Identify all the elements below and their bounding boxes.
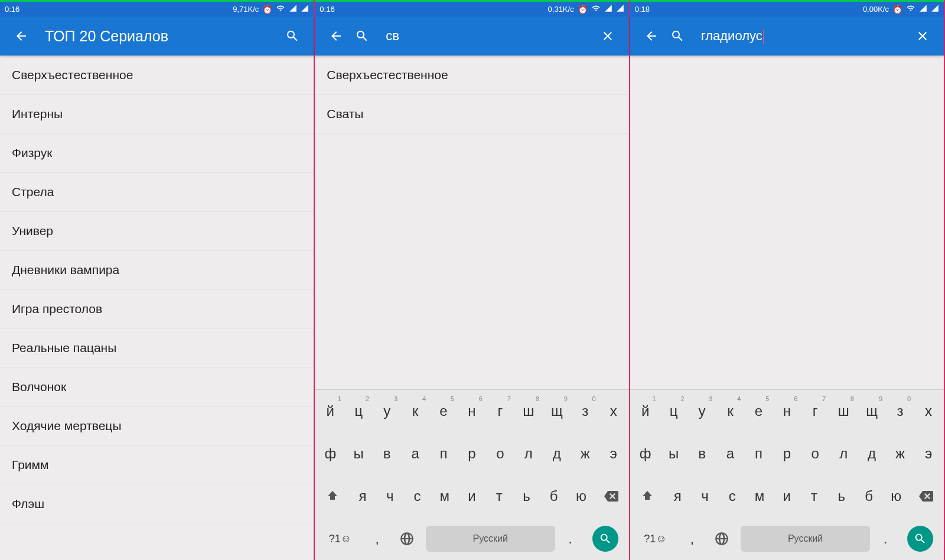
key-к[interactable]: 4к — [401, 394, 429, 428]
key-с[interactable]: с — [403, 479, 431, 513]
key-ы[interactable]: ы — [344, 437, 373, 471]
key-ч[interactable]: ч — [376, 479, 403, 513]
key-й[interactable]: 1й — [631, 394, 660, 428]
key-ш[interactable]: 8ш — [829, 394, 858, 428]
comma-key[interactable]: , — [679, 522, 705, 556]
key-д[interactable]: д — [543, 437, 571, 471]
symbols-key[interactable]: ?1☺ — [316, 522, 364, 556]
search-input[interactable] — [386, 28, 595, 44]
search-button[interactable] — [281, 24, 304, 48]
key-с[interactable]: с — [719, 479, 746, 513]
key-у[interactable]: 3у — [688, 394, 716, 428]
clear-button[interactable] — [596, 24, 620, 48]
key-я[interactable]: я — [349, 479, 376, 513]
key-е[interactable]: 5е — [429, 394, 458, 428]
comma-key[interactable]: , — [364, 522, 390, 556]
key-э[interactable]: э — [914, 437, 943, 471]
enter-key[interactable] — [584, 522, 628, 556]
period-key[interactable]: . — [558, 522, 584, 556]
list-item[interactable]: Реальные пацаны — [0, 328, 314, 367]
list-item[interactable]: Дневники вампира — [0, 250, 314, 289]
key-ш[interactable]: 8ш — [514, 394, 543, 428]
key-щ[interactable]: 9щ — [543, 394, 571, 428]
key-ж[interactable]: ж — [571, 437, 599, 471]
key-в[interactable]: в — [373, 437, 401, 471]
list-item[interactable]: Сверхъестественное — [0, 56, 314, 95]
key-х[interactable]: х — [599, 394, 628, 428]
key-л[interactable]: л — [514, 437, 543, 471]
shift-key[interactable] — [631, 479, 664, 513]
back-button[interactable] — [324, 24, 348, 48]
keyboard[interactable]: 1й2ц3у4к5е6н7г8ш9щ0зхфывапролджэячсмитьб… — [315, 389, 628, 560]
key-п[interactable]: п — [744, 437, 773, 471]
backspace-key[interactable] — [910, 479, 943, 513]
key-ф[interactable]: ф — [631, 437, 660, 471]
key-з[interactable]: 0з — [886, 394, 914, 428]
list-item[interactable]: Физрук — [0, 134, 314, 172]
key-п[interactable]: п — [429, 437, 458, 471]
key-ы[interactable]: ы — [660, 437, 688, 471]
key-н[interactable]: 6н — [773, 394, 801, 428]
list-item[interactable]: Стрела — [0, 172, 314, 211]
spacebar[interactable]: Русский — [426, 526, 555, 552]
key-ь[interactable]: ь — [513, 479, 540, 513]
key-щ[interactable]: 9щ — [858, 394, 886, 428]
key-х[interactable]: х — [914, 394, 943, 428]
list-item[interactable]: Интерны — [0, 95, 314, 134]
key-м[interactable]: м — [746, 479, 773, 513]
globe-key[interactable] — [390, 522, 423, 556]
key-ж[interactable]: ж — [886, 437, 914, 471]
list-item[interactable]: Гримм — [0, 445, 314, 484]
globe-key[interactable] — [705, 522, 738, 556]
key-р[interactable]: р — [773, 437, 801, 471]
key-з[interactable]: 0з — [571, 394, 599, 428]
search-input[interactable]: гладиолус — [701, 28, 911, 44]
key-и[interactable]: и — [773, 479, 800, 513]
key-м[interactable]: м — [431, 479, 458, 513]
key-г[interactable]: 7г — [486, 394, 514, 428]
key-ц[interactable]: 2ц — [660, 394, 688, 428]
result-item[interactable]: Сваты — [315, 95, 628, 134]
key-в[interactable]: в — [688, 437, 716, 471]
key-о[interactable]: о — [801, 437, 829, 471]
key-д[interactable]: д — [858, 437, 886, 471]
keyboard[interactable]: 1й2ц3у4к5е6н7г8ш9щ0зхфывапролджэячсмитьб… — [630, 389, 944, 560]
result-item[interactable]: Сверхъестественное — [315, 56, 628, 95]
shift-key[interactable] — [316, 479, 349, 513]
key-ю[interactable]: ю — [568, 479, 595, 513]
key-я[interactable]: я — [664, 479, 691, 513]
key-о[interactable]: о — [486, 437, 514, 471]
key-т[interactable]: т — [800, 479, 827, 513]
key-н[interactable]: 6н — [458, 394, 486, 428]
key-э[interactable]: э — [599, 437, 628, 471]
period-key[interactable]: . — [872, 522, 898, 556]
symbols-key[interactable]: ?1☺ — [631, 522, 679, 556]
key-ц[interactable]: 2ц — [344, 394, 373, 428]
key-а[interactable]: а — [716, 437, 744, 471]
list-item[interactable]: Ходячие мертвецы — [0, 406, 314, 445]
back-button[interactable] — [640, 24, 663, 48]
clear-button[interactable] — [911, 24, 934, 48]
key-л[interactable]: л — [829, 437, 858, 471]
key-б[interactable]: б — [540, 479, 568, 513]
key-у[interactable]: 3у — [373, 394, 401, 428]
enter-key[interactable] — [898, 522, 943, 556]
key-е[interactable]: 5е — [744, 394, 773, 428]
key-ф[interactable]: ф — [316, 437, 344, 471]
key-т[interactable]: т — [485, 479, 513, 513]
list-item[interactable]: Флэш — [0, 484, 314, 523]
spacebar[interactable]: Русский — [741, 526, 870, 552]
key-к[interactable]: 4к — [716, 394, 744, 428]
list-item[interactable]: Универ — [0, 211, 314, 250]
key-ю[interactable]: ю — [882, 479, 910, 513]
back-button[interactable] — [9, 24, 33, 48]
backspace-key[interactable] — [595, 479, 628, 513]
list-item[interactable]: Волчонок — [0, 367, 314, 406]
key-и[interactable]: и — [458, 479, 485, 513]
series-list[interactable]: Сверхъестественное Интерны Физрук Стрела… — [0, 56, 314, 560]
key-г[interactable]: 7г — [801, 394, 829, 428]
key-б[interactable]: б — [855, 479, 882, 513]
key-ч[interactable]: ч — [691, 479, 718, 513]
key-а[interactable]: а — [401, 437, 429, 471]
key-ь[interactable]: ь — [828, 479, 855, 513]
